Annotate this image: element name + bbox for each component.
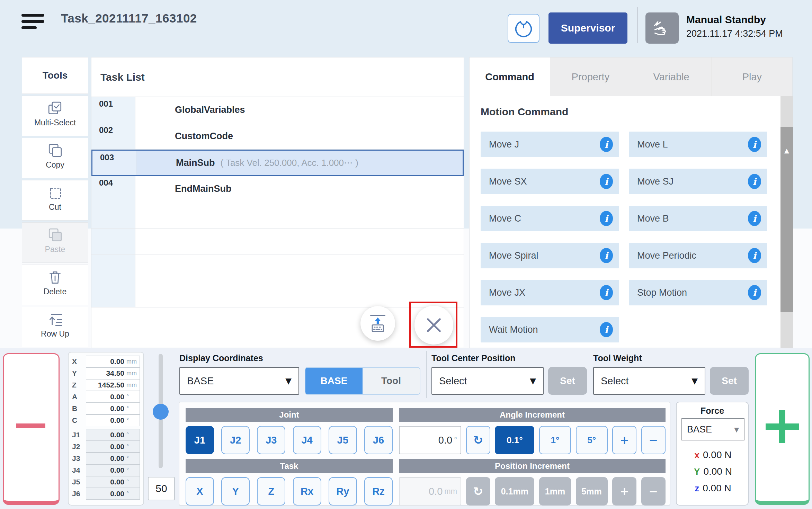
toggle-tool[interactable]: Tool bbox=[363, 368, 420, 394]
force-frame-select[interactable]: BASE ▼ bbox=[681, 418, 744, 440]
command-stop-motion[interactable]: Stop Motioni bbox=[629, 280, 767, 305]
task-row[interactable]: 004 EndMainSub bbox=[91, 176, 464, 202]
info-icon[interactable]: i bbox=[748, 211, 761, 226]
task-list-panel: Task List 001 GlobalVariables 002 Custom… bbox=[91, 57, 464, 348]
toggle-base[interactable]: BASE bbox=[305, 368, 363, 394]
command-move-l[interactable]: Move Li bbox=[629, 132, 767, 157]
app-root: Task_20211117_163102 Supervisor Manual S… bbox=[0, 0, 812, 509]
virtual-keyboard-button[interactable] bbox=[360, 306, 395, 341]
joint-j4-button[interactable]: J4 bbox=[293, 426, 321, 454]
tool-cut[interactable]: Cut bbox=[22, 180, 88, 221]
tool-delete[interactable]: Delete bbox=[22, 265, 88, 305]
tab-property[interactable]: Property bbox=[550, 57, 631, 96]
robot-gripper-button[interactable] bbox=[508, 14, 539, 43]
tool-weight-select[interactable]: Select ▼ bbox=[593, 367, 705, 395]
joint-j6-button[interactable]: J6 bbox=[364, 426, 393, 454]
info-icon[interactable]: i bbox=[748, 248, 761, 263]
task-row[interactable]: 002 CustomCode bbox=[91, 123, 464, 150]
info-icon[interactable]: i bbox=[748, 174, 761, 189]
position-minus-button: − bbox=[641, 477, 666, 506]
info-icon[interactable]: i bbox=[600, 211, 613, 226]
info-icon[interactable]: i bbox=[748, 137, 761, 152]
angle-option-5deg[interactable]: 5° bbox=[576, 426, 608, 454]
main-menu-button[interactable] bbox=[21, 14, 44, 29]
coord-row: J40.00° bbox=[72, 464, 140, 476]
task-ry-button[interactable]: Ry bbox=[329, 477, 357, 506]
display-coordinates-select[interactable]: BASE ▼ bbox=[179, 367, 299, 395]
task-list-title: Task List bbox=[91, 57, 464, 97]
command-move-sx[interactable]: Move SXi bbox=[481, 169, 619, 194]
row-up-icon bbox=[47, 312, 63, 328]
tool-row-up[interactable]: Row Up bbox=[22, 307, 88, 347]
position-increment-row: 0.0 mm ↻ 0.1mm 1mm 5mm + − bbox=[399, 477, 666, 506]
speed-slider-thumb[interactable] bbox=[153, 404, 169, 420]
angle-reset-button[interactable]: ↻ bbox=[466, 426, 490, 454]
task-row-number: 002 bbox=[91, 123, 135, 149]
task-row-empty bbox=[91, 281, 464, 307]
multi-select-icon bbox=[47, 100, 63, 116]
jog-plus-button[interactable] bbox=[755, 353, 810, 505]
angle-option-1deg[interactable]: 1° bbox=[539, 426, 571, 454]
task-rx-button[interactable]: Rx bbox=[293, 477, 321, 506]
command-move-b[interactable]: Move Bi bbox=[629, 206, 767, 231]
command-wait-motion[interactable]: Wait Motioni bbox=[481, 317, 619, 342]
highlight-annotation bbox=[409, 302, 457, 348]
command-move-spiral[interactable]: Move Spirali bbox=[481, 243, 619, 268]
coord-row: J30.00° bbox=[72, 453, 140, 464]
position-reset-button: ↻ bbox=[466, 477, 490, 506]
tool-label: Copy bbox=[46, 160, 64, 170]
task-row-name: CustomCode bbox=[175, 131, 233, 142]
position-option-1mm: 1mm bbox=[539, 477, 571, 506]
angle-increment-input[interactable]: 0.0 ° bbox=[399, 426, 461, 454]
task-x-button[interactable]: X bbox=[186, 477, 214, 506]
angle-minus-button[interactable]: − bbox=[641, 426, 666, 454]
command-move-c[interactable]: Move Ci bbox=[481, 206, 619, 231]
tool-center-position-select[interactable]: Select ▼ bbox=[431, 367, 544, 395]
tool-multi-select[interactable]: Multi-Select bbox=[22, 96, 88, 136]
info-icon[interactable]: i bbox=[748, 285, 761, 300]
tool-label: Multi-Select bbox=[34, 118, 76, 127]
command-move-periodic[interactable]: Move Periodici bbox=[629, 243, 767, 268]
command-move-jx[interactable]: Move JXi bbox=[481, 280, 619, 305]
joint-j3-button[interactable]: J3 bbox=[257, 426, 285, 454]
coord-row: J50.00° bbox=[72, 476, 140, 488]
task-row-number: 004 bbox=[91, 176, 135, 202]
command-move-j[interactable]: Move Ji bbox=[481, 132, 619, 157]
task-row-number: 001 bbox=[91, 97, 135, 123]
robot-coordinates-panel: X0.00mm Y34.50mm Z1452.50mm A0.00° B0.00… bbox=[68, 352, 144, 506]
task-z-button[interactable]: Z bbox=[257, 477, 285, 506]
page-title: Task_20211117_163102 bbox=[61, 11, 197, 25]
tool-copy[interactable]: Copy bbox=[22, 138, 88, 178]
joint-j5-button[interactable]: J5 bbox=[329, 426, 357, 454]
task-y-button[interactable]: Y bbox=[221, 477, 250, 506]
angle-option-0-1deg[interactable]: 0.1° bbox=[495, 426, 534, 454]
command-move-sj[interactable]: Move SJi bbox=[629, 169, 767, 194]
manual-mode-button[interactable] bbox=[645, 12, 679, 44]
tool-label: Paste bbox=[45, 245, 65, 254]
speed-value-input[interactable]: 50 bbox=[148, 477, 175, 500]
tab-play[interactable]: Play bbox=[712, 57, 792, 96]
status-block: Manual Standby 2021.11.17 4:32:54 PM bbox=[686, 14, 783, 39]
tool-center-position-set-button[interactable]: Set bbox=[548, 367, 587, 395]
tool-weight-set-button[interactable]: Set bbox=[710, 367, 749, 395]
joint-j2-button[interactable]: J2 bbox=[221, 426, 250, 454]
scrollbar-thumb[interactable]: ▲ bbox=[780, 127, 793, 312]
info-icon[interactable]: i bbox=[600, 174, 613, 189]
tab-variable[interactable]: Variable bbox=[631, 57, 712, 96]
info-icon[interactable]: i bbox=[600, 285, 613, 300]
position-increment-header: Position Increment bbox=[399, 459, 666, 473]
info-icon[interactable]: i bbox=[600, 137, 613, 152]
supervisor-button[interactable]: Supervisor bbox=[548, 12, 627, 44]
info-icon[interactable]: i bbox=[600, 248, 613, 263]
task-group-header: Task bbox=[186, 459, 393, 473]
jog-minus-button[interactable] bbox=[3, 353, 60, 505]
info-icon[interactable]: i bbox=[600, 322, 613, 337]
angle-plus-button[interactable]: + bbox=[612, 426, 636, 454]
task-row[interactable]: 001 GlobalVariables bbox=[91, 97, 464, 123]
tab-command[interactable]: Command bbox=[470, 57, 550, 96]
base-tool-toggle: BASE Tool bbox=[305, 367, 420, 395]
task-rz-button[interactable]: Rz bbox=[364, 477, 393, 506]
task-row-selected[interactable]: 003 MainSub ( Task Vel. 250.000, Acc. 1.… bbox=[91, 150, 464, 176]
copy-icon bbox=[47, 143, 63, 159]
joint-j1-button[interactable]: J1 bbox=[186, 426, 214, 454]
